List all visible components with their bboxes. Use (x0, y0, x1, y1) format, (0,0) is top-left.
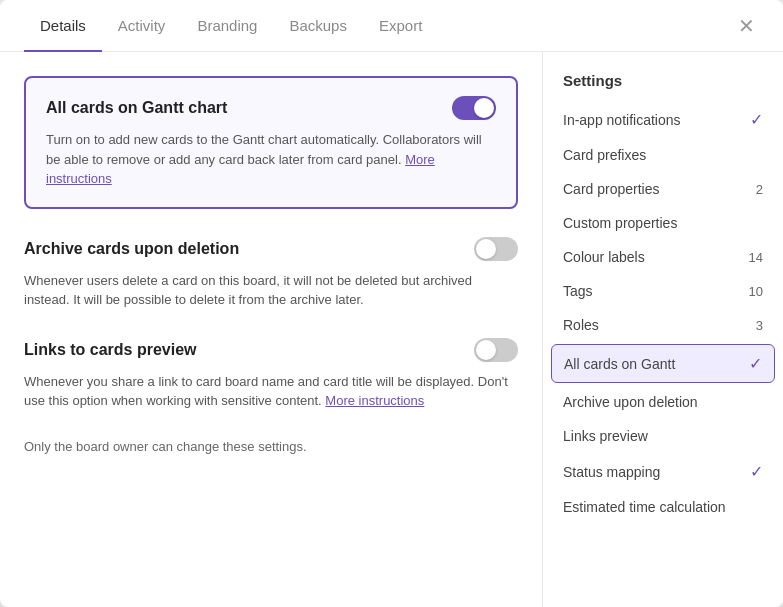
sidebar-item-0[interactable]: In-app notifications✓ (543, 101, 783, 138)
modal-body: All cards on Gantt chartTurn on to add n… (0, 52, 783, 607)
sidebar-item-10[interactable]: Status mapping✓ (543, 453, 783, 490)
toggle-archive[interactable] (474, 237, 518, 261)
sidebar-item-label-7: All cards on Gantt (564, 356, 741, 372)
sidebar-item-check-7: ✓ (749, 354, 762, 373)
section-title-gantt: All cards on Gantt chart (46, 99, 227, 117)
sidebar-item-label-8: Archive upon deletion (563, 394, 763, 410)
sidebar-item-label-6: Roles (563, 317, 748, 333)
tab-branding[interactable]: Branding (181, 1, 273, 52)
sidebar-item-label-5: Tags (563, 283, 741, 299)
sidebar-item-1[interactable]: Card prefixes (543, 138, 783, 172)
section-title-preview: Links to cards preview (24, 341, 197, 359)
section-desc-gantt: Turn on to add new cards to the Gantt ch… (46, 130, 496, 189)
sidebar-item-badge-2: 2 (756, 182, 763, 197)
sidebar-item-2[interactable]: Card properties2 (543, 172, 783, 206)
close-button[interactable]: ✕ (734, 12, 759, 40)
sidebar-item-7[interactable]: All cards on Gantt✓ (551, 344, 775, 383)
sidebar-item-label-2: Card properties (563, 181, 748, 197)
tab-activity[interactable]: Activity (102, 1, 182, 52)
sidebar-item-label-0: In-app notifications (563, 112, 742, 128)
sidebar-item-label-1: Card prefixes (563, 147, 763, 163)
section-link-preview[interactable]: More instructions (325, 393, 424, 408)
sidebar-item-label-11: Estimated time calculation (563, 499, 763, 515)
sidebar: Settings In-app notifications✓Card prefi… (543, 52, 783, 607)
toggle-preview[interactable] (474, 338, 518, 362)
sidebar-item-badge-6: 3 (756, 318, 763, 333)
sidebar-item-label-10: Status mapping (563, 464, 742, 480)
section-link-gantt[interactable]: More instructions (46, 152, 435, 187)
tab-details[interactable]: Details (24, 1, 102, 52)
sidebar-item-9[interactable]: Links preview (543, 419, 783, 453)
tabs-container: DetailsActivityBrandingBackupsExport (24, 0, 438, 51)
section-preview: Links to cards previewWhenever you share… (24, 338, 518, 411)
sidebar-item-badge-5: 10 (749, 284, 763, 299)
tab-export[interactable]: Export (363, 1, 438, 52)
sidebar-item-6[interactable]: Roles3 (543, 308, 783, 342)
sidebar-item-label-4: Colour labels (563, 249, 741, 265)
modal-header: DetailsActivityBrandingBackupsExport ✕ (0, 0, 783, 52)
sidebar-items-container: In-app notifications✓Card prefixesCard p… (543, 101, 783, 524)
section-archive: Archive cards upon deletionWhenever user… (24, 237, 518, 310)
sidebar-item-8[interactable]: Archive upon deletion (543, 385, 783, 419)
sections-container: All cards on Gantt chartTurn on to add n… (24, 76, 518, 411)
sidebar-item-check-10: ✓ (750, 462, 763, 481)
footer-note: Only the board owner can change these se… (24, 439, 518, 454)
section-desc-preview: Whenever you share a link to card board … (24, 372, 518, 411)
sidebar-item-label-3: Custom properties (563, 215, 763, 231)
sidebar-title: Settings (543, 68, 783, 101)
section-title-archive: Archive cards upon deletion (24, 240, 239, 258)
sidebar-item-11[interactable]: Estimated time calculation (543, 490, 783, 524)
toggle-gantt[interactable] (452, 96, 496, 120)
sidebar-item-4[interactable]: Colour labels14 (543, 240, 783, 274)
sidebar-item-badge-4: 14 (749, 250, 763, 265)
sidebar-item-5[interactable]: Tags10 (543, 274, 783, 308)
tab-backups[interactable]: Backups (273, 1, 363, 52)
modal: DetailsActivityBrandingBackupsExport ✕ A… (0, 0, 783, 607)
sidebar-item-label-9: Links preview (563, 428, 763, 444)
sidebar-item-check-0: ✓ (750, 110, 763, 129)
section-desc-archive: Whenever users delete a card on this boa… (24, 271, 518, 310)
main-content: All cards on Gantt chartTurn on to add n… (0, 52, 543, 607)
sidebar-item-3[interactable]: Custom properties (543, 206, 783, 240)
section-gantt: All cards on Gantt chartTurn on to add n… (24, 76, 518, 209)
